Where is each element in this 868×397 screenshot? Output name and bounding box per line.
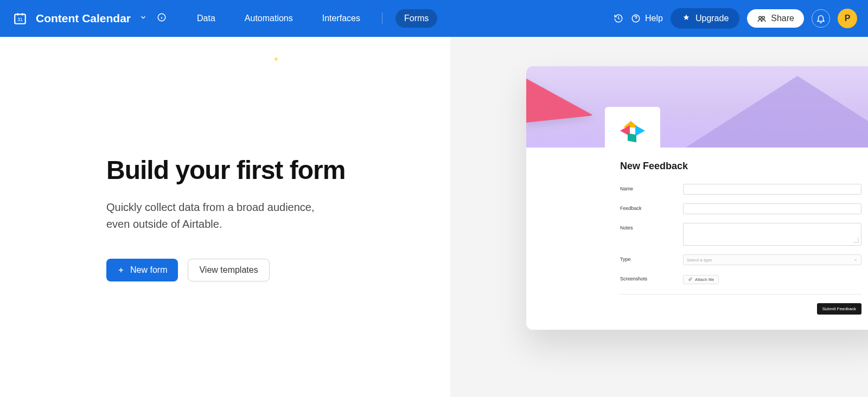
intro-pane: Build your first form Quickly collect da… xyxy=(0,37,450,397)
attach-label: Attach file xyxy=(695,277,714,282)
page-subtext: Quickly collect data from a broad audien… xyxy=(106,199,334,233)
tab-automations[interactable]: Automations xyxy=(236,9,302,28)
tab-forms[interactable]: Forms xyxy=(395,9,437,28)
submit-feedback-button[interactable]: Submit Feedback xyxy=(817,303,861,315)
history-icon[interactable] xyxy=(614,14,623,23)
svg-point-4 xyxy=(759,16,762,19)
preview-pane: New Feedback Name Feedback Notes Type xyxy=(450,37,868,397)
notifications-button[interactable] xyxy=(812,9,830,28)
new-form-button[interactable]: New form xyxy=(106,259,178,281)
base-name[interactable]: Content Calendar xyxy=(36,12,131,25)
user-avatar[interactable]: P xyxy=(838,9,857,28)
upgrade-label: Upgrade xyxy=(695,14,729,23)
help-label: Help xyxy=(645,14,663,23)
tab-interfaces[interactable]: Interfaces xyxy=(314,9,369,28)
info-icon[interactable] xyxy=(157,12,167,24)
input-feedback[interactable] xyxy=(683,203,861,214)
input-name[interactable] xyxy=(683,184,861,195)
view-templates-button[interactable]: View templates xyxy=(188,259,269,281)
paperclip-icon xyxy=(688,277,692,281)
form-preview-card: New Feedback Name Feedback Notes Type xyxy=(526,66,868,330)
upgrade-button[interactable]: Upgrade xyxy=(671,8,739,29)
nav-divider xyxy=(382,12,382,24)
field-row-feedback: Feedback xyxy=(620,203,861,214)
field-label-screenshots: Screenshots xyxy=(620,274,673,281)
attach-file-button[interactable]: Attach file xyxy=(683,275,719,284)
help-button[interactable]: Help xyxy=(631,14,663,23)
svg-point-5 xyxy=(762,16,765,19)
svg-text:31: 31 xyxy=(17,17,23,22)
header-right: Help Upgrade Share P xyxy=(614,8,857,29)
primary-nav: Data Automations Interfaces Forms xyxy=(188,9,437,28)
main-content: Build your first form Quickly collect da… xyxy=(0,37,868,397)
share-button[interactable]: Share xyxy=(747,9,804,28)
field-label-type: Type xyxy=(620,254,673,262)
chevron-down-icon[interactable] xyxy=(139,14,147,23)
preview-header-image xyxy=(526,66,868,148)
share-label: Share xyxy=(771,14,794,23)
header-left: 31 Content Calendar xyxy=(13,11,167,25)
plus-icon xyxy=(117,266,125,274)
new-form-label: New form xyxy=(130,265,167,275)
decorative-triangle xyxy=(526,67,593,123)
preview-form-body: New Feedback Name Feedback Notes Type xyxy=(605,148,868,330)
submit-row: Submit Feedback xyxy=(620,303,861,315)
field-row-type: Type Select a type xyxy=(620,254,861,265)
field-row-screenshots: Screenshots Attach file xyxy=(620,274,861,284)
chevron-down-icon xyxy=(853,258,858,262)
preview-logo xyxy=(605,107,660,148)
page-headline: Build your first form xyxy=(106,156,418,185)
select-placeholder: Select a type xyxy=(687,258,712,262)
field-row-name: Name xyxy=(620,184,861,195)
calendar-icon: 31 xyxy=(13,11,27,25)
field-label-feedback: Feedback xyxy=(620,203,673,211)
preview-form-title: New Feedback xyxy=(620,161,861,172)
decorative-mountain xyxy=(662,76,868,148)
decorative-dot xyxy=(275,57,278,61)
field-label-notes: Notes xyxy=(620,223,673,230)
textarea-notes[interactable] xyxy=(683,223,861,246)
field-row-notes: Notes xyxy=(620,223,861,246)
field-label-name: Name xyxy=(620,184,673,191)
app-header: 31 Content Calendar Data Automations Int… xyxy=(0,0,868,37)
airtable-logo-icon xyxy=(620,121,645,142)
tab-data[interactable]: Data xyxy=(188,9,224,28)
select-type[interactable]: Select a type xyxy=(683,254,861,265)
cta-row: New form View templates xyxy=(106,259,418,281)
form-divider xyxy=(620,294,861,294)
